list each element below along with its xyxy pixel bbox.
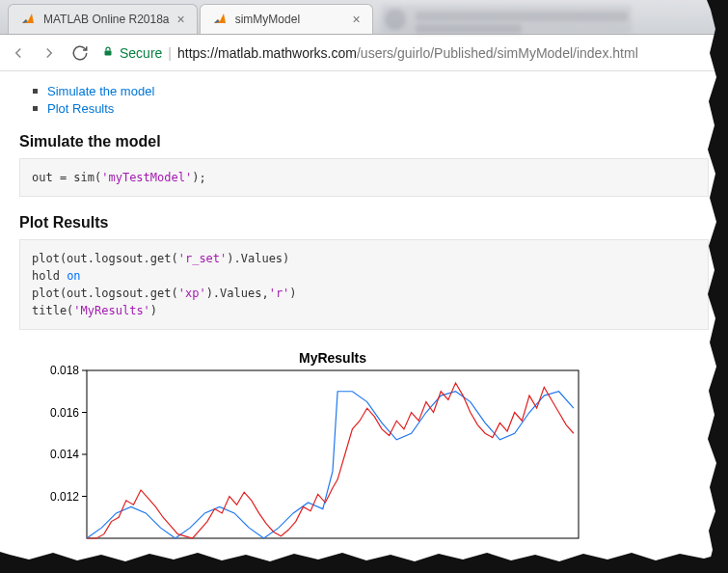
tab-title: simMyModel [235, 13, 300, 26]
browser-tabbar: MATLAB Online R2018a × simMyModel × [0, 0, 728, 35]
secure-label: Secure [120, 45, 162, 61]
chart-area: MyResults0.0120.0140.0160.018 [19, 347, 709, 540]
svg-text:MyResults: MyResults [299, 350, 366, 366]
forward-button[interactable] [40, 44, 58, 62]
chart: MyResults0.0120.0140.0160.018 [19, 347, 588, 540]
toc-link-simulate[interactable]: Simulate the model [47, 84, 154, 98]
url-text: https://matlab.mathworks.com/users/guirl… [177, 45, 638, 61]
heading-plot: Plot Results [19, 214, 709, 232]
toc-list: Simulate the model Plot Results [33, 84, 709, 116]
address-bar[interactable]: Secure | https://matlab.mathworks.com/us… [102, 44, 718, 61]
separator: | [168, 45, 172, 61]
browser-tab-simmymodel[interactable]: simMyModel × [200, 4, 373, 34]
close-icon[interactable]: × [177, 13, 185, 26]
matlab-icon [212, 12, 228, 27]
tab-title: MATLAB Online R2018a [43, 13, 170, 26]
blurred-area [381, 5, 632, 34]
code-block-plot[interactable]: plot(out.logsout.get('r_set').Values) ho… [19, 239, 709, 330]
svg-text:0.012: 0.012 [50, 490, 79, 504]
code-block-simulate[interactable]: out = sim('myTestModel'); [19, 158, 709, 197]
svg-text:0.014: 0.014 [50, 448, 79, 461]
browser-toolbar: Secure | https://matlab.mathworks.com/us… [0, 35, 728, 71]
reload-button[interactable] [71, 44, 89, 62]
heading-simulate: Simulate the model [19, 133, 709, 150]
svg-rect-0 [105, 51, 112, 56]
matlab-icon [20, 12, 36, 27]
page-content: Simulate the model Plot Results Simulate… [0, 71, 728, 559]
toc-item: Simulate the model [33, 84, 709, 98]
svg-text:0.018: 0.018 [50, 364, 79, 377]
lock-icon [102, 44, 114, 61]
browser-tab-matlab[interactable]: MATLAB Online R2018a × [8, 4, 198, 34]
svg-text:0.016: 0.016 [50, 406, 79, 420]
close-icon[interactable]: × [353, 13, 361, 26]
toc-item: Plot Results [33, 101, 709, 116]
toc-link-plot[interactable]: Plot Results [47, 101, 114, 116]
back-button[interactable] [10, 44, 27, 62]
